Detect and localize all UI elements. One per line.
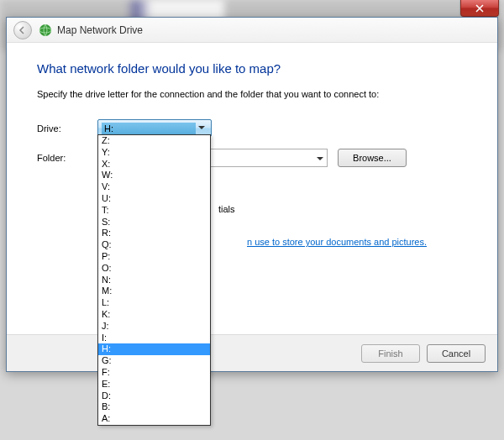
chevron-down-icon [317, 153, 323, 163]
drive-option[interactable]: Z: [98, 135, 210, 147]
chevron-down-icon [196, 126, 207, 130]
network-drive-icon [39, 24, 52, 37]
folder-label: Folder: [37, 153, 97, 163]
drive-option[interactable]: S: [98, 217, 210, 228]
drive-dropdown-list: Z:Y:X:W:V:U:T:S:R:Q:P:O:N:M:L:K:J:I:H:G:… [97, 134, 211, 426]
main-heading: What network folder would you like to ma… [37, 61, 467, 76]
drive-option[interactable]: D: [98, 390, 210, 402]
drive-option[interactable]: A: [98, 413, 210, 425]
drive-option[interactable]: V: [98, 181, 210, 193]
instruction-text: Specify the drive letter for the connect… [37, 89, 467, 99]
drive-option[interactable]: K: [98, 309, 210, 321]
drive-option[interactable]: P: [98, 251, 210, 263]
drive-option[interactable]: L: [98, 297, 210, 309]
drive-selected-value: H: [102, 123, 196, 134]
drive-option[interactable]: T: [98, 205, 210, 217]
drive-option[interactable]: U: [98, 193, 210, 205]
dialog-title: Map Network Drive [57, 24, 143, 36]
dialog-body: What network folder would you like to ma… [7, 43, 497, 197]
website-storage-link[interactable]: n use to store your documents and pictur… [247, 237, 427, 247]
browse-button[interactable]: Browse... [338, 149, 407, 167]
dialog-header: Map Network Drive [7, 18, 497, 43]
drive-option[interactable]: I: [98, 333, 210, 344]
drive-option[interactable]: R: [98, 228, 210, 239]
cancel-button[interactable]: Cancel [427, 344, 486, 363]
drive-option[interactable]: J: [98, 321, 210, 333]
map-network-drive-dialog: Map Network Drive What network folder wo… [6, 17, 498, 372]
drive-option[interactable]: W: [98, 170, 210, 181]
drive-option[interactable]: Q: [98, 239, 210, 251]
drive-option[interactable]: X: [98, 159, 210, 170]
svg-point-0 [39, 24, 51, 36]
back-button[interactable] [13, 21, 32, 39]
drive-option[interactable]: H: [98, 343, 210, 355]
drive-option[interactable]: G: [98, 355, 210, 367]
window-close-button[interactable] [460, 0, 499, 17]
drive-option[interactable]: B: [98, 401, 210, 413]
drive-option[interactable]: E: [98, 379, 210, 390]
drive-option[interactable]: N: [98, 275, 210, 286]
drive-option[interactable]: M: [98, 285, 210, 297]
drive-option[interactable]: Y: [98, 147, 210, 159]
dialog-footer: Finish Cancel [7, 334, 497, 371]
drive-label: Drive: [37, 123, 97, 134]
close-icon [475, 4, 484, 13]
back-arrow-icon [18, 26, 27, 34]
drive-option[interactable]: O: [98, 263, 210, 275]
drive-option[interactable]: F: [98, 367, 210, 379]
partial-credentials-text: tials [218, 204, 235, 214]
finish-button[interactable]: Finish [361, 344, 420, 363]
